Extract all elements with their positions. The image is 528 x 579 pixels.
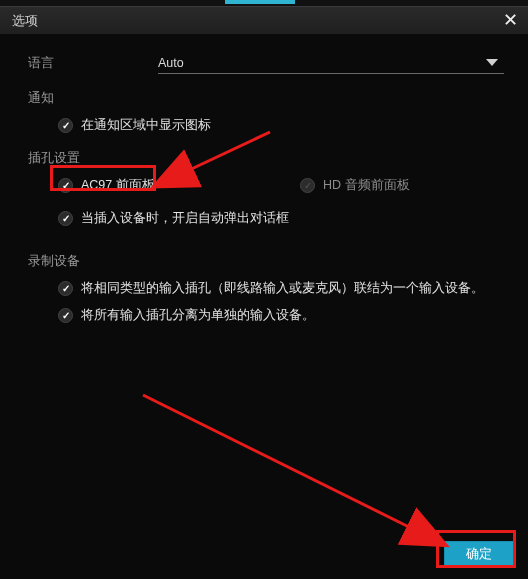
hd-audio-label: HD 音频前面板 bbox=[323, 177, 410, 194]
language-row: 语言 Auto bbox=[28, 52, 504, 74]
notify-tray-label: 在通知区域中显示图标 bbox=[81, 117, 211, 134]
notify-tray-row: 在通知区域中显示图标 bbox=[58, 117, 504, 134]
record-split-label: 将所有输入插孔分离为单独的输入设备。 bbox=[81, 307, 315, 324]
section-record: 录制设备 bbox=[28, 253, 504, 270]
jack-popup-label: 当插入设备时，开启自动弹出对话框 bbox=[81, 210, 289, 227]
jack-options-row: AC97 前面板 HD 音频前面板 bbox=[58, 177, 504, 194]
section-jack: 插孔设置 bbox=[28, 150, 504, 167]
titlebar: 选项 ✕ bbox=[0, 6, 528, 34]
ok-button-label: 确定 bbox=[466, 545, 492, 563]
record-split-row: 将所有输入插孔分离为单独的输入设备。 bbox=[58, 307, 504, 324]
section-notify: 通知 bbox=[28, 90, 504, 107]
active-tab-indicator bbox=[225, 0, 295, 4]
hd-audio-checkbox[interactable] bbox=[300, 178, 315, 193]
ac97-label: AC97 前面板 bbox=[81, 177, 155, 194]
language-value: Auto bbox=[158, 56, 184, 70]
svg-line-2 bbox=[143, 395, 415, 530]
window-title: 选项 bbox=[12, 12, 38, 30]
jack-popup-row: 当插入设备时，开启自动弹出对话框 bbox=[58, 210, 504, 227]
notify-tray-checkbox[interactable] bbox=[58, 118, 73, 133]
language-label: 语言 bbox=[28, 55, 158, 72]
language-dropdown[interactable]: Auto bbox=[158, 52, 504, 74]
record-tie-checkbox[interactable] bbox=[58, 281, 73, 296]
options-panel: 语言 Auto 通知 在通知区域中显示图标 插孔设置 AC97 前面板 HD 音… bbox=[0, 34, 528, 344]
record-tie-label: 将相同类型的输入插孔（即线路输入或麦克风）联结为一个输入设备。 bbox=[81, 280, 484, 297]
record-tie-row: 将相同类型的输入插孔（即线路输入或麦克风）联结为一个输入设备。 bbox=[58, 280, 504, 297]
ac97-checkbox[interactable] bbox=[58, 178, 73, 193]
close-button[interactable]: ✕ bbox=[500, 11, 520, 31]
ok-button[interactable]: 确定 bbox=[444, 541, 514, 567]
chevron-down-icon bbox=[486, 59, 498, 66]
record-split-checkbox[interactable] bbox=[58, 308, 73, 323]
jack-popup-checkbox[interactable] bbox=[58, 211, 73, 226]
